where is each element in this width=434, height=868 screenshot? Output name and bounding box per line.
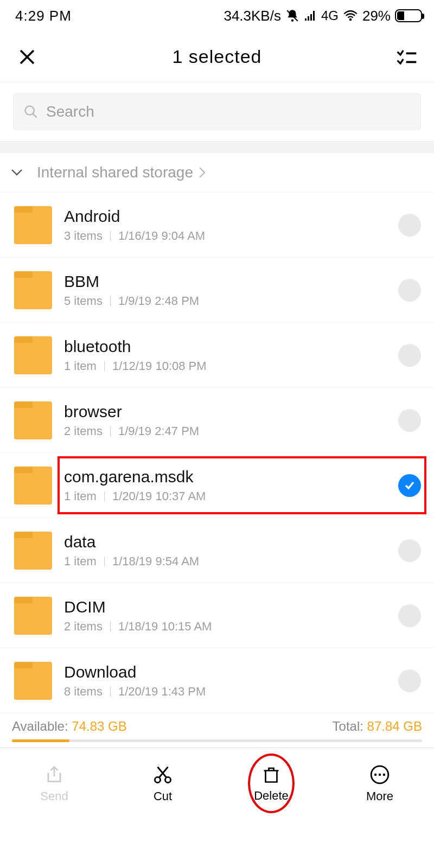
close-button[interactable] bbox=[14, 47, 40, 67]
folder-row[interactable]: BBM 5 items 1/9/19 2:48 PM bbox=[0, 258, 434, 323]
meta-divider bbox=[110, 231, 111, 241]
storage-info: Available: 74.83 GB Total: 87.84 GB bbox=[0, 713, 434, 737]
folder-date: 1/9/19 2:47 PM bbox=[118, 424, 199, 438]
folder-name: bluetooth bbox=[64, 337, 398, 356]
wifi-icon bbox=[343, 10, 358, 22]
selection-checkbox[interactable] bbox=[398, 214, 421, 237]
status-time: 4:29 PM bbox=[15, 8, 224, 24]
alarm-off-icon bbox=[285, 9, 299, 23]
select-all-button[interactable] bbox=[394, 47, 420, 67]
selection-checkbox[interactable] bbox=[398, 604, 421, 627]
folder-items: 2 items bbox=[64, 620, 103, 634]
svg-point-6 bbox=[374, 773, 376, 775]
svg-point-3 bbox=[155, 777, 160, 782]
breadcrumb[interactable]: Internal shared storage bbox=[0, 153, 434, 192]
folder-items: 8 items bbox=[64, 685, 103, 699]
selection-checkbox[interactable] bbox=[398, 474, 421, 497]
chevron-down-icon bbox=[11, 169, 23, 176]
cut-button[interactable]: Cut bbox=[108, 748, 217, 819]
folder-icon bbox=[14, 336, 52, 374]
folder-row[interactable]: Android 3 items 1/16/19 9:04 AM bbox=[0, 193, 434, 258]
svg-point-0 bbox=[291, 20, 293, 22]
battery-icon bbox=[395, 9, 422, 22]
meta-divider bbox=[110, 296, 111, 306]
folder-name: data bbox=[64, 533, 398, 551]
folder-row[interactable]: data 1 item 1/18/19 9:54 AM bbox=[0, 518, 434, 583]
folder-date: 1/16/19 9:04 AM bbox=[118, 229, 205, 243]
folder-name: BBM bbox=[64, 272, 398, 291]
delete-button[interactable]: Delete bbox=[217, 748, 326, 819]
total-label: Total: bbox=[333, 719, 367, 733]
folder-date: 1/20/19 10:37 AM bbox=[112, 489, 206, 503]
folder-date: 1/20/19 1:43 PM bbox=[118, 685, 206, 699]
svg-point-8 bbox=[383, 773, 385, 775]
meta-divider bbox=[104, 492, 105, 501]
selection-checkbox[interactable] bbox=[398, 409, 421, 432]
storage-progress bbox=[12, 739, 422, 742]
folder-name: com.garena.msdk bbox=[64, 468, 398, 486]
bottom-toolbar: Send Cut Delete More bbox=[0, 748, 434, 819]
svg-point-4 bbox=[165, 777, 170, 782]
battery-pct: 29% bbox=[362, 8, 391, 24]
status-bar: 4:29 PM 34.3KB/s 4G 29% bbox=[0, 0, 434, 31]
selection-checkbox[interactable] bbox=[398, 669, 421, 692]
svg-point-2 bbox=[25, 106, 34, 115]
folder-row[interactable]: bluetooth 1 item 1/12/19 10:08 PM bbox=[0, 323, 434, 388]
available-value: 74.83 GB bbox=[72, 719, 126, 733]
folder-date: 1/18/19 10:15 AM bbox=[118, 620, 212, 634]
folder-icon bbox=[14, 597, 52, 635]
delete-label: Delete bbox=[254, 789, 289, 803]
folder-icon bbox=[14, 271, 52, 309]
folder-icon bbox=[14, 532, 52, 570]
folder-items: 2 items bbox=[64, 424, 103, 438]
folder-row[interactable]: browser 2 items 1/9/19 2:47 PM bbox=[0, 388, 434, 453]
meta-divider bbox=[110, 687, 111, 697]
more-label: More bbox=[366, 789, 393, 803]
chevron-right-icon bbox=[199, 167, 206, 178]
folder-row[interactable]: Download 8 items 1/20/19 1:43 PM bbox=[0, 648, 434, 713]
folder-items: 1 item bbox=[64, 359, 97, 373]
folder-items: 3 items bbox=[64, 229, 103, 243]
send-button[interactable]: Send bbox=[0, 748, 108, 819]
meta-divider bbox=[104, 557, 105, 566]
selection-checkbox[interactable] bbox=[398, 344, 421, 367]
divider bbox=[0, 141, 434, 153]
svg-point-7 bbox=[379, 773, 381, 775]
meta-divider bbox=[110, 426, 111, 436]
search-input[interactable] bbox=[46, 103, 411, 120]
total-value: 87.84 GB bbox=[367, 719, 422, 733]
folder-name: Download bbox=[64, 663, 398, 681]
meta-divider bbox=[104, 361, 105, 371]
signal-icon bbox=[304, 10, 317, 22]
file-list: Android 3 items 1/16/19 9:04 AM BBM 5 it… bbox=[0, 192, 434, 713]
folder-items: 5 items bbox=[64, 294, 103, 308]
folder-date: 1/12/19 10:08 PM bbox=[112, 359, 207, 373]
search-icon bbox=[23, 104, 39, 119]
folder-icon bbox=[14, 206, 52, 244]
header-title: 1 selected bbox=[40, 46, 394, 67]
status-net-speed: 34.3KB/s bbox=[224, 8, 281, 24]
folder-date: 1/9/19 2:48 PM bbox=[118, 294, 199, 308]
available-label: Available: bbox=[12, 719, 72, 733]
folder-name: DCIM bbox=[64, 598, 398, 616]
breadcrumb-path: Internal shared storage bbox=[37, 164, 193, 181]
folder-row[interactable]: DCIM 2 items 1/18/19 10:15 AM bbox=[0, 583, 434, 648]
search-container bbox=[0, 82, 434, 141]
more-button[interactable]: More bbox=[326, 748, 434, 819]
folder-items: 1 item bbox=[64, 554, 97, 569]
send-label: Send bbox=[40, 789, 68, 803]
selection-checkbox[interactable] bbox=[398, 279, 421, 302]
folder-name: browser bbox=[64, 403, 398, 421]
folder-icon bbox=[14, 467, 52, 505]
selection-header: 1 selected bbox=[0, 31, 434, 82]
selection-checkbox[interactable] bbox=[398, 539, 421, 562]
meta-divider bbox=[110, 622, 111, 631]
folder-items: 1 item bbox=[64, 489, 97, 503]
network-label: 4G bbox=[321, 8, 339, 23]
search-field[interactable] bbox=[13, 93, 421, 130]
folder-name: Android bbox=[64, 207, 398, 226]
folder-row[interactable]: com.garena.msdk 1 item 1/20/19 10:37 AM bbox=[0, 453, 434, 518]
folder-date: 1/18/19 9:54 AM bbox=[112, 554, 199, 569]
cut-label: Cut bbox=[154, 789, 172, 803]
folder-icon bbox=[14, 662, 52, 700]
